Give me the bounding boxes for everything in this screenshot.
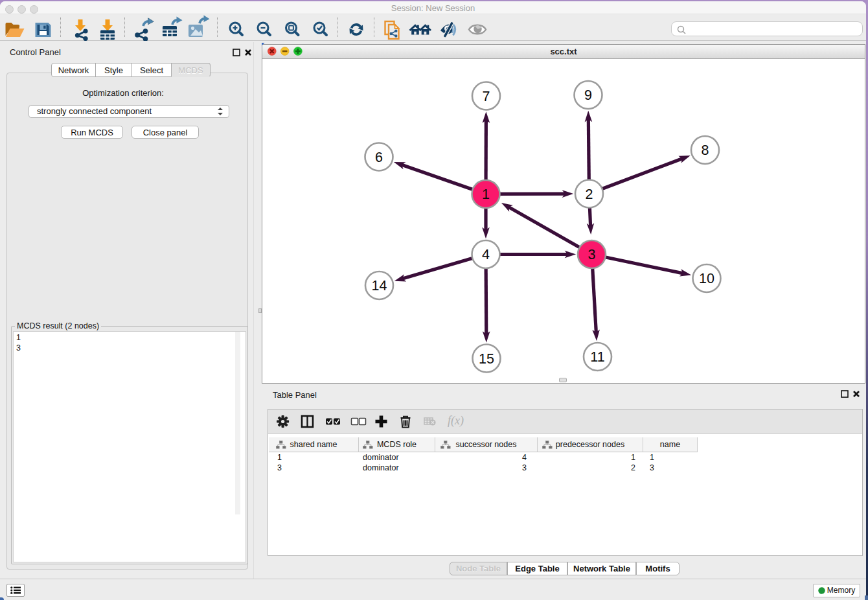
svg-text:6: 6: [375, 150, 383, 165]
svg-text:10: 10: [699, 271, 714, 286]
svg-text:8: 8: [702, 143, 709, 158]
svg-text:3: 3: [588, 247, 596, 262]
svg-text:7: 7: [483, 89, 490, 104]
svg-text:4: 4: [482, 247, 490, 262]
svg-text:9: 9: [584, 87, 592, 103]
svg-text:11: 11: [590, 349, 604, 365]
svg-text:2: 2: [586, 187, 593, 202]
svg-text:1: 1: [482, 187, 490, 202]
svg-text:14: 14: [372, 278, 387, 294]
svg-text:15: 15: [479, 351, 494, 367]
